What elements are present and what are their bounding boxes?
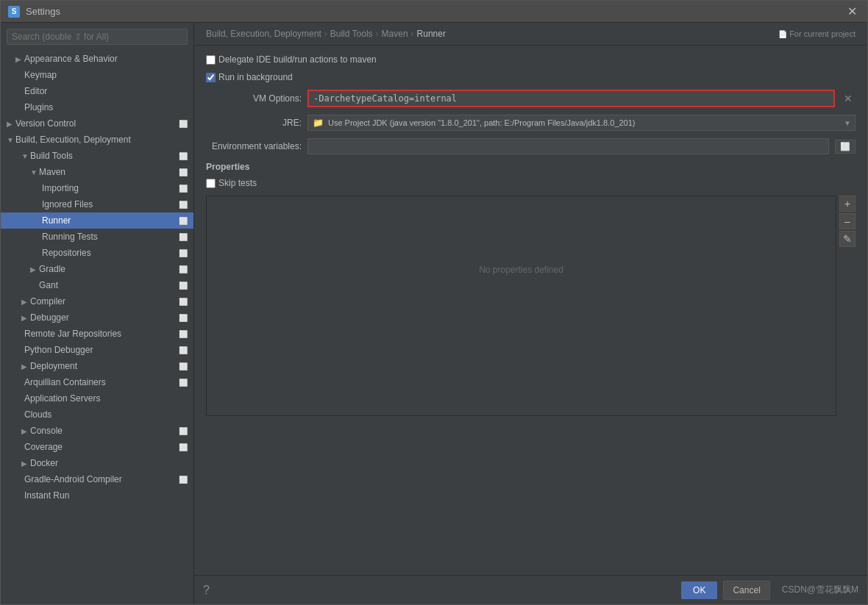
sidebar-item-console[interactable]: ▶ Console ⬜ xyxy=(1,423,193,439)
properties-side-toolbar: + – ✎ xyxy=(839,196,855,416)
sidebar-item-version-control[interactable]: ▶ Version Control ⬜ xyxy=(1,115,193,132)
sidebar-item-build-tools[interactable]: ▼ Build Tools ⬜ xyxy=(1,148,193,164)
breadcrumb-sep-1: › xyxy=(324,29,327,39)
sidebar-item-docker[interactable]: ▶ Docker xyxy=(1,455,193,471)
close-button[interactable]: ✕ xyxy=(844,4,860,18)
sidebar-item-keymap[interactable]: Keymap xyxy=(1,67,193,83)
sidebar-item-gant[interactable]: Gant ⬜ xyxy=(1,277,193,293)
arrow-icon: ▶ xyxy=(30,265,39,273)
edit-property-button[interactable]: ✎ xyxy=(839,231,855,247)
properties-section-title: Properties xyxy=(206,162,855,172)
delegate-checkbox[interactable] xyxy=(206,55,216,65)
delegate-label[interactable]: Delegate IDE build/run actions to maven xyxy=(206,54,377,65)
sidebar-item-label: Remote Jar Repositories xyxy=(24,329,121,339)
sidebar-item-label: Running Tests xyxy=(42,232,98,242)
arrow-icon: ▶ xyxy=(21,314,30,322)
sidebar-item-plugins[interactable]: Plugins xyxy=(1,99,193,115)
vm-options-input[interactable] xyxy=(307,90,835,107)
jre-select-display[interactable]: 📁 Use Project JDK (java version "1.8.0_2… xyxy=(307,115,855,131)
skip-tests-label[interactable]: Skip tests xyxy=(206,178,257,188)
sidebar-item-label: Instant Run xyxy=(24,490,69,501)
jre-value: Use Project JDK (java version "1.8.0_201… xyxy=(328,118,635,127)
sidebar-item-coverage[interactable]: Coverage ⬜ xyxy=(1,439,193,455)
env-vars-browse-btn[interactable]: ⬜ xyxy=(835,140,855,154)
sidebar-item-label: Repositories xyxy=(42,248,91,258)
sidebar-item-label: Deployment xyxy=(30,361,77,371)
cancel-button[interactable]: Cancel xyxy=(723,581,769,600)
sidebar-item-ignored-files[interactable]: Ignored Files ⬜ xyxy=(1,196,193,212)
breadcrumb-current: Runner xyxy=(417,29,446,39)
sidebar-item-label: Gant xyxy=(39,280,58,290)
add-property-button[interactable]: + xyxy=(839,196,855,212)
content-area: ▶ Appearance & Behavior Keymap Editor Pl… xyxy=(1,23,867,604)
arrow-icon: ▶ xyxy=(21,362,30,370)
sidebar-item-clouds[interactable]: Clouds xyxy=(1,407,193,423)
sidebar-item-label: Plugins xyxy=(24,102,53,112)
copy-icon: ⬜ xyxy=(179,298,188,306)
run-background-label[interactable]: Run in background xyxy=(206,72,293,82)
sidebar-item-build-exec-deploy[interactable]: ▼ Build, Execution, Deployment xyxy=(1,132,193,148)
sidebar-item-compiler[interactable]: ▶ Compiler ⬜ xyxy=(1,293,193,309)
sidebar-item-runner[interactable]: Runner ⬜ xyxy=(1,212,193,229)
sidebar-item-label: Build Tools xyxy=(30,151,73,161)
copy-icon: ⬜ xyxy=(179,168,188,176)
sidebar-item-label: Python Debugger xyxy=(24,345,93,355)
skip-tests-text: Skip tests xyxy=(218,178,257,188)
sidebar-item-label: Ignored Files xyxy=(42,199,93,210)
env-vars-row: Environment variables: ⬜ xyxy=(206,138,855,154)
breadcrumb-sep-2: › xyxy=(376,29,379,39)
ok-button[interactable]: OK xyxy=(681,581,717,599)
copy-icon: ⬜ xyxy=(179,476,188,484)
jre-select-wrapper[interactable]: 📁 Use Project JDK (java version "1.8.0_2… xyxy=(307,115,855,131)
run-background-checkbox[interactable] xyxy=(206,73,216,82)
copy-icon: ⬜ xyxy=(179,346,188,354)
jre-label: JRE: xyxy=(206,118,302,128)
sidebar-item-label: Arquillian Containers xyxy=(24,377,106,387)
search-input[interactable] xyxy=(7,29,188,45)
env-vars-input[interactable] xyxy=(307,138,829,154)
arrow-icon: ▶ xyxy=(21,459,30,468)
copy-icon: ⬜ xyxy=(179,330,188,338)
sidebar-item-arquillian[interactable]: Arquillian Containers ⬜ xyxy=(1,374,193,390)
properties-panel: No properties defined xyxy=(206,196,836,416)
copy-icon: ⬜ xyxy=(179,379,188,387)
sidebar-item-appearance[interactable]: ▶ Appearance & Behavior xyxy=(1,51,193,67)
sidebar-item-importing[interactable]: Importing ⬜ xyxy=(1,180,193,196)
arrow-icon: ▶ xyxy=(7,120,15,128)
copy-icon: ⬜ xyxy=(179,443,188,451)
sidebar-item-remote-jar[interactable]: Remote Jar Repositories ⬜ xyxy=(1,326,193,342)
help-button[interactable]: ? xyxy=(203,584,210,597)
title-bar: S Settings ✕ xyxy=(1,1,867,23)
sidebar-item-running-tests[interactable]: Running Tests ⬜ xyxy=(1,229,193,245)
search-box xyxy=(1,26,193,48)
right-panel: Build, Execution, Deployment › Build Too… xyxy=(194,23,867,604)
skip-tests-checkbox[interactable] xyxy=(206,179,216,188)
run-background-text: Run in background xyxy=(218,72,293,82)
sidebar-item-repositories[interactable]: Repositories ⬜ xyxy=(1,245,193,261)
sidebar-item-deployment[interactable]: ▶ Deployment ⬜ xyxy=(1,358,193,374)
sidebar-item-label: Debugger xyxy=(30,312,69,323)
copy-icon: ⬜ xyxy=(179,362,188,370)
sidebar-item-maven[interactable]: ▼ Maven ⬜ xyxy=(1,164,193,180)
sidebar-item-label: Application Servers xyxy=(24,393,100,404)
sidebar-item-gradle[interactable]: ▶ Gradle ⬜ xyxy=(1,261,193,277)
jdk-folder-icon: 📁 xyxy=(313,118,324,128)
sidebar-item-editor[interactable]: Editor xyxy=(1,83,193,99)
vm-options-clear-btn[interactable]: ✕ xyxy=(841,93,855,104)
breadcrumb: Build, Execution, Deployment › Build Too… xyxy=(194,23,867,46)
no-properties-message: No properties defined xyxy=(207,196,836,343)
sidebar-item-label: Compiler xyxy=(30,296,65,307)
copy-icon: ⬜ xyxy=(179,265,188,273)
sidebar-item-label: Gradle-Android Compiler xyxy=(24,474,122,484)
sidebar-item-python-debugger[interactable]: Python Debugger ⬜ xyxy=(1,342,193,358)
jre-row: JRE: 📁 Use Project JDK (java version "1.… xyxy=(206,115,855,131)
sidebar-item-label: Maven xyxy=(39,167,65,177)
sidebar-item-gradle-android[interactable]: Gradle-Android Compiler ⬜ xyxy=(1,471,193,487)
jre-dropdown-arrow-icon: ▼ xyxy=(844,119,851,127)
remove-property-button[interactable]: – xyxy=(839,213,855,229)
sidebar-item-instant-run[interactable]: Instant Run xyxy=(1,487,193,504)
breadcrumb-part-3: Maven xyxy=(382,29,408,39)
arrow-icon: ▼ xyxy=(7,136,15,144)
sidebar-item-app-servers[interactable]: Application Servers xyxy=(1,390,193,407)
sidebar-item-debugger[interactable]: ▶ Debugger ⬜ xyxy=(1,309,193,326)
